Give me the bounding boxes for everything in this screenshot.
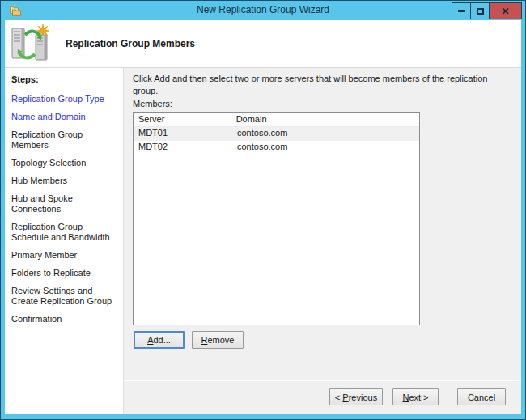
steps-sidebar: Steps: Replication Group Type Name and D… [5,68,123,414]
column-header-filler [409,113,419,126]
cell-server: MDT02 [134,141,232,155]
sidebar-item-hub-and-spoke-connections: Hub and Spoke Connections [11,193,120,214]
window-title: New Replication Group Wizard [1,4,525,15]
sidebar-item-name-and-domain[interactable]: Name and Domain [11,112,120,122]
sidebar-item-primary-member: Primary Member [11,250,120,261]
sidebar-item-replication-group-type[interactable]: Replication Group Type [11,94,120,104]
close-icon: ✕ [501,6,509,17]
add-button[interactable]: Add... [134,331,185,349]
close-button[interactable]: ✕ [489,2,522,19]
sidebar-item-replication-group-schedule: Replication Group Schedule and Bandwidth [11,222,120,243]
column-header-server[interactable]: Server [134,113,231,126]
sidebar-item-replication-group-members: Replication Group Members [11,129,120,151]
minimize-button[interactable] [452,2,471,19]
footer-buttons: < Previous Next > Cancel [329,388,506,405]
cell-domain: contoso.com [232,141,413,155]
cell-server: MDT01 [134,127,232,141]
footer-divider [124,380,521,381]
sidebar-item-hub-members: Hub Members [11,176,120,186]
maximize-icon [477,8,484,15]
remove-button[interactable]: Remove [192,331,244,349]
sidebar-item-review-settings: Review Settings and Create Replication G… [11,286,120,307]
content-pane: Click Add and then select two or more se… [124,68,521,414]
members-label: Members: [133,99,172,108]
titlebar: New Replication Group Wizard ✕ [1,1,525,20]
previous-button[interactable]: < Previous [329,388,383,405]
caption-controls: ✕ [452,2,522,19]
instruction-text: Click Add and then select two or more se… [133,73,498,98]
wizard-window: New Replication Group Wizard ✕ [0,0,526,420]
column-header-domain[interactable]: Domain [231,113,409,126]
sidebar-item-folders-to-replicate: Folders to Replicate [11,268,120,278]
wizard-frame: Replication Group Members Steps: Replica… [5,20,521,414]
page-header: Replication Group Members [5,20,521,68]
sidebar-item-topology-selection: Topology Selection [11,158,120,168]
table-row[interactable]: MDT02 contoso.com [134,141,419,155]
cell-domain: contoso.com [232,127,413,141]
main-row: Steps: Replication Group Type Name and D… [5,68,521,414]
cancel-button[interactable]: Cancel [457,388,506,405]
minimize-icon [458,10,465,12]
members-list[interactable]: Server Domain MDT01 contoso.com MDT02 co… [133,112,420,325]
next-button[interactable]: Next > [392,388,439,405]
sidebar-item-confirmation: Confirmation [11,314,120,325]
members-list-header: Server Domain [134,113,419,127]
maximize-button[interactable] [470,2,490,19]
page-title: Replication Group Members [66,38,195,49]
steps-heading: Steps: [11,74,120,84]
table-row[interactable]: MDT01 contoso.com [134,127,419,141]
replication-servers-icon [10,23,52,65]
